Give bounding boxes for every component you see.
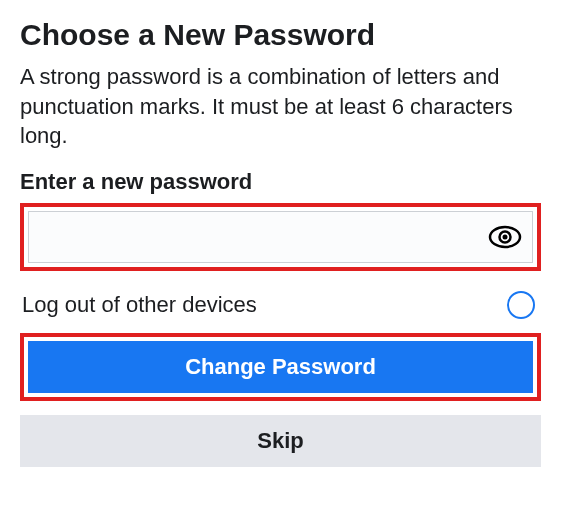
password-input[interactable] (39, 212, 488, 262)
change-password-highlight-frame: Change Password (20, 333, 541, 401)
svg-point-2 (503, 235, 508, 240)
logout-other-devices-label: Log out of other devices (22, 292, 257, 318)
password-guidance-text: A strong password is a combination of le… (20, 62, 541, 151)
show-password-icon[interactable] (488, 225, 522, 249)
logout-other-devices-radio[interactable] (507, 291, 535, 319)
password-field-container (28, 211, 533, 263)
logout-other-devices-row[interactable]: Log out of other devices (20, 283, 541, 333)
skip-button[interactable]: Skip (20, 415, 541, 467)
password-input-label: Enter a new password (20, 169, 541, 195)
change-password-button[interactable]: Change Password (28, 341, 533, 393)
page-title: Choose a New Password (20, 18, 541, 52)
password-highlight-frame (20, 203, 541, 271)
